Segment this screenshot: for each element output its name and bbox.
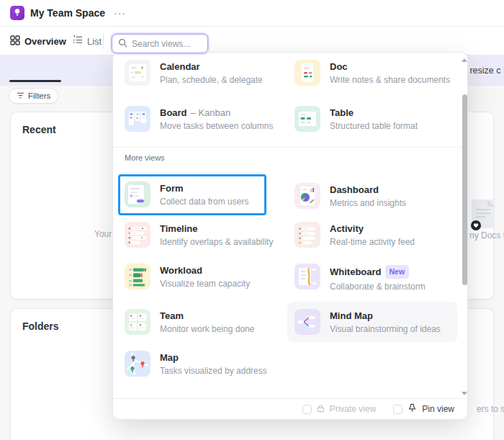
view-title: Table [330, 107, 354, 118]
tab-list-label: List [87, 36, 102, 47]
view-item-table[interactable]: Table Structured table format [294, 106, 457, 132]
list-icon [72, 35, 83, 47]
view-desc: Visual brainstorming of ideas [330, 324, 441, 334]
view-item-whiteboard[interactable]: WhiteboardNew Collaborate & brainstorm [294, 264, 457, 292]
view-desc: Identify overlaps & availability [160, 237, 273, 247]
private-view-checkbox[interactable] [302, 405, 312, 414]
search-views-input[interactable] [132, 39, 202, 49]
recent-card-title: Recent [22, 124, 56, 135]
tab-divider [103, 33, 104, 49]
grid-icon [10, 35, 20, 48]
view-title: Map [160, 352, 179, 363]
view-desc: Collaborate & brainstorm [330, 282, 426, 292]
view-desc: Tasks visualized by address [160, 366, 267, 376]
activity-view-icon [294, 222, 320, 248]
tab-list[interactable]: List [72, 34, 102, 48]
view-desc: Write notes & share documents [330, 75, 450, 85]
doc-view-icon [294, 60, 320, 86]
bulb-icon [13, 6, 22, 19]
view-title: Activity [330, 223, 364, 234]
recent-empty-text-left: Your [94, 229, 112, 239]
calendar-view-icon [125, 60, 150, 86]
pin-view-toggle[interactable]: Pin view [393, 403, 454, 416]
timeline-view-icon [125, 222, 150, 248]
board-view-icon [125, 106, 150, 132]
view-desc: Visualize team capacity [160, 279, 250, 289]
lock-icon [317, 403, 325, 416]
whiteboard-view-icon [294, 264, 320, 289]
tab-bar: Overview List [0, 27, 504, 55]
view-desc: Metrics and insights [330, 198, 406, 208]
page-title: My Team Space [30, 7, 105, 19]
space-menu-button[interactable]: ··· [114, 7, 126, 19]
map-view-icon [125, 351, 150, 377]
view-item-doc[interactable]: Doc Write notes & share documents [294, 60, 457, 86]
pin-view-checkbox[interactable] [393, 405, 402, 414]
active-tab-underline [9, 80, 61, 82]
view-item-team[interactable]: Team Monitor work being done [125, 309, 287, 335]
doc-heart-empty-state-icon [469, 199, 498, 233]
search-views-box[interactable] [112, 34, 208, 53]
tab-overview[interactable]: Overview [10, 34, 66, 48]
popup-section-divider [113, 147, 467, 148]
view-desc: Monitor work being done [160, 324, 254, 334]
view-desc: Plan, schedule, & delegate [160, 75, 263, 85]
view-item-timeline[interactable]: Timeline Identify overlaps & availabilit… [125, 222, 287, 248]
app-header: My Team Space ··· [0, 0, 504, 27]
view-desc: Real-time activity feed [330, 237, 415, 247]
view-item-workload[interactable]: Workload Visualize team capacity [125, 264, 287, 289]
view-title: Timeline [160, 223, 198, 234]
pin-view-label: Pin view [422, 404, 454, 414]
view-desc: Move tasks between columns [160, 121, 273, 131]
view-desc: Structured table format [330, 121, 418, 131]
view-item-calendar[interactable]: Calendar Plan, schedule, & delegate [125, 60, 287, 86]
view-title: Team [160, 310, 184, 321]
views-popup: Calendar Plan, schedule, & delegate Doc … [112, 52, 468, 420]
scrollbar-down-arrow[interactable] [462, 392, 467, 395]
filters-button[interactable]: Filters [9, 88, 58, 104]
scrollbar-up-arrow[interactable] [462, 58, 467, 62]
view-title: Doc [330, 61, 348, 72]
filter-icon [17, 91, 24, 100]
screen: My Team Space ··· Overview List nd resiz… [0, 0, 504, 440]
new-badge: New [385, 265, 410, 279]
mindmap-view-icon [294, 309, 320, 335]
view-title: Mind Map [330, 310, 373, 321]
folders-card-title: Folders [22, 320, 59, 332]
view-item-activity[interactable]: Activity Real-time activity feed [294, 222, 457, 248]
filters-label: Filters [28, 91, 50, 100]
private-view-label: Private view [330, 404, 377, 414]
view-title: Whiteboard [330, 266, 382, 277]
pin-icon [408, 403, 417, 416]
view-item-map[interactable]: Map Tasks visualized by address [125, 351, 287, 377]
view-title: Dashboard [330, 184, 379, 195]
form-view-icon [125, 181, 150, 207]
more-views-label: More views [125, 153, 165, 162]
view-title: Form [160, 183, 184, 194]
private-view-toggle[interactable]: Private view [302, 403, 377, 416]
view-title: Board [160, 107, 187, 118]
view-desc: Collect data from users [160, 197, 248, 207]
view-title: Calendar [160, 61, 200, 72]
view-title-suffix: – Kanban [191, 107, 231, 118]
view-title: Workload [160, 265, 202, 276]
search-icon [118, 37, 127, 50]
scrollbar-thumb[interactable] [462, 94, 467, 285]
space-avatar[interactable] [10, 6, 24, 20]
popup-footer: Private view Pin view [113, 398, 467, 419]
view-item-board[interactable]: Board– Kanban Move tasks between columns [125, 106, 287, 132]
tab-overview-label: Overview [24, 36, 66, 47]
workload-view-icon [125, 264, 150, 289]
table-view-icon [294, 106, 320, 132]
team-view-icon [125, 309, 150, 335]
view-item-dashboard[interactable]: Dashboard Metrics and insights [294, 183, 457, 209]
dashboard-view-icon [294, 183, 320, 209]
folders-empty-text: ers to show [477, 404, 504, 414]
view-item-form[interactable]: Form Collect data from users [125, 181, 287, 207]
view-item-mindmap[interactable]: Mind Map Visual brainstorming of ideas [294, 309, 457, 335]
